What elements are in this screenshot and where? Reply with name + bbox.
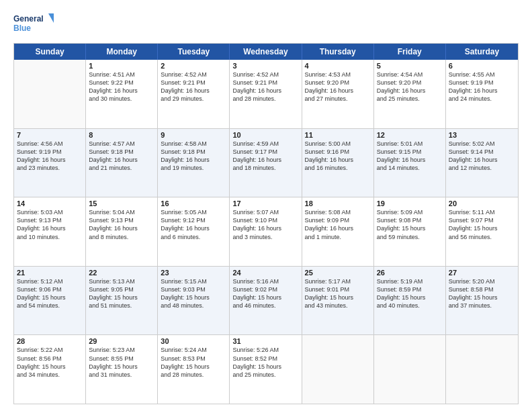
day-cell-2: 2Sunrise: 4:52 AMSunset: 9:21 PMDaylight… <box>158 60 230 128</box>
day-number: 4 <box>305 62 371 70</box>
day-cell-24: 24Sunrise: 5:16 AMSunset: 9:02 PMDayligh… <box>230 267 302 335</box>
header-day-wednesday: Wednesday <box>230 44 302 60</box>
day-cell-7: 7Sunrise: 4:56 AMSunset: 9:19 PMDaylight… <box>14 129 86 197</box>
day-cell-8: 8Sunrise: 4:57 AMSunset: 9:18 PMDaylight… <box>86 129 158 197</box>
header-day-thursday: Thursday <box>302 44 374 60</box>
day-info: Sunrise: 4:52 AMSunset: 9:21 PMDaylight:… <box>232 71 298 103</box>
day-info: Sunrise: 4:56 AMSunset: 9:19 PMDaylight:… <box>17 140 83 173</box>
day-info: Sunrise: 4:53 AMSunset: 9:20 PMDaylight:… <box>305 71 371 103</box>
day-cell-30: 30Sunrise: 5:24 AMSunset: 8:53 PMDayligh… <box>158 335 230 404</box>
empty-cell <box>446 335 518 404</box>
day-info: Sunrise: 4:51 AMSunset: 9:22 PMDaylight:… <box>89 71 154 103</box>
day-cell-25: 25Sunrise: 5:17 AMSunset: 9:01 PMDayligh… <box>302 267 374 335</box>
empty-cell <box>14 60 86 128</box>
header-day-tuesday: Tuesday <box>158 44 230 60</box>
day-info: Sunrise: 5:22 AMSunset: 8:56 PMDaylight:… <box>17 346 83 379</box>
day-info: Sunrise: 4:54 AMSunset: 9:20 PMDaylight:… <box>377 71 443 103</box>
day-number: 31 <box>232 337 298 345</box>
day-info: Sunrise: 5:07 AMSunset: 9:10 PMDaylight:… <box>232 208 298 241</box>
day-info: Sunrise: 5:09 AMSunset: 9:08 PMDaylight:… <box>377 208 443 241</box>
day-number: 28 <box>17 337 83 345</box>
day-cell-4: 4Sunrise: 4:53 AMSunset: 9:20 PMDaylight… <box>302 60 374 128</box>
day-info: Sunrise: 5:16 AMSunset: 9:02 PMDaylight:… <box>232 277 298 310</box>
day-cell-18: 18Sunrise: 5:08 AMSunset: 9:09 PMDayligh… <box>302 197 374 266</box>
day-cell-28: 28Sunrise: 5:22 AMSunset: 8:56 PMDayligh… <box>14 335 86 404</box>
day-number: 23 <box>161 269 226 277</box>
day-info: Sunrise: 5:17 AMSunset: 9:01 PMDaylight:… <box>305 277 371 310</box>
page: General Blue SundayMondayTuesdayWednesda… <box>0 0 532 411</box>
day-cell-12: 12Sunrise: 5:01 AMSunset: 9:15 PMDayligh… <box>374 129 446 197</box>
day-number: 12 <box>377 131 443 139</box>
day-info: Sunrise: 4:55 AMSunset: 9:19 PMDaylight:… <box>449 71 515 103</box>
day-number: 18 <box>305 199 371 208</box>
calendar-body: 1Sunrise: 4:51 AMSunset: 9:22 PMDaylight… <box>14 60 518 404</box>
day-number: 30 <box>161 337 226 345</box>
day-cell-1: 1Sunrise: 4:51 AMSunset: 9:22 PMDaylight… <box>86 60 158 128</box>
day-info: Sunrise: 5:19 AMSunset: 8:59 PMDaylight:… <box>377 277 443 310</box>
day-number: 2 <box>161 62 226 70</box>
header-day-saturday: Saturday <box>446 44 518 60</box>
day-cell-9: 9Sunrise: 4:58 AMSunset: 9:18 PMDaylight… <box>158 129 230 197</box>
calendar-header: SundayMondayTuesdayWednesdayThursdayFrid… <box>14 44 518 60</box>
day-number: 3 <box>232 62 298 70</box>
day-info: Sunrise: 5:24 AMSunset: 8:53 PMDaylight:… <box>161 346 226 379</box>
day-info: Sunrise: 5:11 AMSunset: 9:07 PMDaylight:… <box>449 208 515 241</box>
day-cell-21: 21Sunrise: 5:12 AMSunset: 9:06 PMDayligh… <box>14 267 86 335</box>
day-number: 19 <box>377 199 443 208</box>
day-info: Sunrise: 4:59 AMSunset: 9:17 PMDaylight:… <box>232 140 298 173</box>
calendar-row-3: 14Sunrise: 5:03 AMSunset: 9:13 PMDayligh… <box>14 197 518 267</box>
day-number: 13 <box>449 131 515 139</box>
svg-text:General: General <box>13 14 44 24</box>
day-info: Sunrise: 4:52 AMSunset: 9:21 PMDaylight:… <box>161 71 226 103</box>
svg-text:Blue: Blue <box>13 24 31 33</box>
day-number: 6 <box>449 62 515 70</box>
header-day-monday: Monday <box>86 44 158 60</box>
day-info: Sunrise: 5:01 AMSunset: 9:15 PMDaylight:… <box>377 140 443 173</box>
day-cell-17: 17Sunrise: 5:07 AMSunset: 9:10 PMDayligh… <box>230 197 302 266</box>
day-number: 15 <box>89 199 154 208</box>
day-number: 14 <box>17 199 83 208</box>
day-cell-22: 22Sunrise: 5:13 AMSunset: 9:05 PMDayligh… <box>86 267 158 335</box>
day-cell-13: 13Sunrise: 5:02 AMSunset: 9:14 PMDayligh… <box>446 129 518 197</box>
day-number: 29 <box>89 337 154 345</box>
header-day-sunday: Sunday <box>14 44 86 60</box>
day-cell-6: 6Sunrise: 4:55 AMSunset: 9:19 PMDaylight… <box>446 60 518 128</box>
day-info: Sunrise: 5:03 AMSunset: 9:13 PMDaylight:… <box>17 208 83 241</box>
day-info: Sunrise: 5:23 AMSunset: 8:55 PMDaylight:… <box>89 346 154 379</box>
day-cell-3: 3Sunrise: 4:52 AMSunset: 9:21 PMDaylight… <box>230 60 302 128</box>
svg-marker-2 <box>48 13 54 23</box>
day-info: Sunrise: 5:08 AMSunset: 9:09 PMDaylight:… <box>305 208 371 241</box>
day-info: Sunrise: 5:04 AMSunset: 9:13 PMDaylight:… <box>89 208 154 241</box>
day-info: Sunrise: 5:05 AMSunset: 9:12 PMDaylight:… <box>161 208 226 241</box>
logo: General Blue <box>13 12 54 38</box>
day-cell-11: 11Sunrise: 5:00 AMSunset: 9:16 PMDayligh… <box>302 129 374 197</box>
day-info: Sunrise: 4:57 AMSunset: 9:18 PMDaylight:… <box>89 140 154 173</box>
day-info: Sunrise: 5:20 AMSunset: 8:58 PMDaylight:… <box>449 277 515 310</box>
day-cell-14: 14Sunrise: 5:03 AMSunset: 9:13 PMDayligh… <box>14 197 86 266</box>
day-info: Sunrise: 5:12 AMSunset: 9:06 PMDaylight:… <box>17 277 83 310</box>
calendar-row-4: 21Sunrise: 5:12 AMSunset: 9:06 PMDayligh… <box>14 267 518 336</box>
day-info: Sunrise: 4:58 AMSunset: 9:18 PMDaylight:… <box>161 140 226 173</box>
day-info: Sunrise: 5:00 AMSunset: 9:16 PMDaylight:… <box>305 140 371 173</box>
empty-cell <box>302 335 374 404</box>
calendar-row-2: 7Sunrise: 4:56 AMSunset: 9:19 PMDaylight… <box>14 129 518 198</box>
day-cell-19: 19Sunrise: 5:09 AMSunset: 9:08 PMDayligh… <box>374 197 446 266</box>
day-cell-10: 10Sunrise: 4:59 AMSunset: 9:17 PMDayligh… <box>230 129 302 197</box>
day-number: 25 <box>305 269 371 277</box>
day-info: Sunrise: 5:15 AMSunset: 9:03 PMDaylight:… <box>161 277 226 310</box>
day-cell-20: 20Sunrise: 5:11 AMSunset: 9:07 PMDayligh… <box>446 197 518 266</box>
header: General Blue <box>13 12 519 38</box>
day-number: 27 <box>449 269 515 277</box>
day-cell-26: 26Sunrise: 5:19 AMSunset: 8:59 PMDayligh… <box>374 267 446 335</box>
day-cell-16: 16Sunrise: 5:05 AMSunset: 9:12 PMDayligh… <box>158 197 230 266</box>
day-number: 9 <box>161 131 226 139</box>
day-number: 20 <box>449 199 515 208</box>
day-cell-23: 23Sunrise: 5:15 AMSunset: 9:03 PMDayligh… <box>158 267 230 335</box>
day-cell-29: 29Sunrise: 5:23 AMSunset: 8:55 PMDayligh… <box>86 335 158 404</box>
logo-svg: General Blue <box>13 12 54 38</box>
header-day-friday: Friday <box>374 44 446 60</box>
day-cell-27: 27Sunrise: 5:20 AMSunset: 8:58 PMDayligh… <box>446 267 518 335</box>
day-number: 7 <box>17 131 83 139</box>
day-number: 10 <box>232 131 298 139</box>
day-info: Sunrise: 5:13 AMSunset: 9:05 PMDaylight:… <box>89 277 154 310</box>
